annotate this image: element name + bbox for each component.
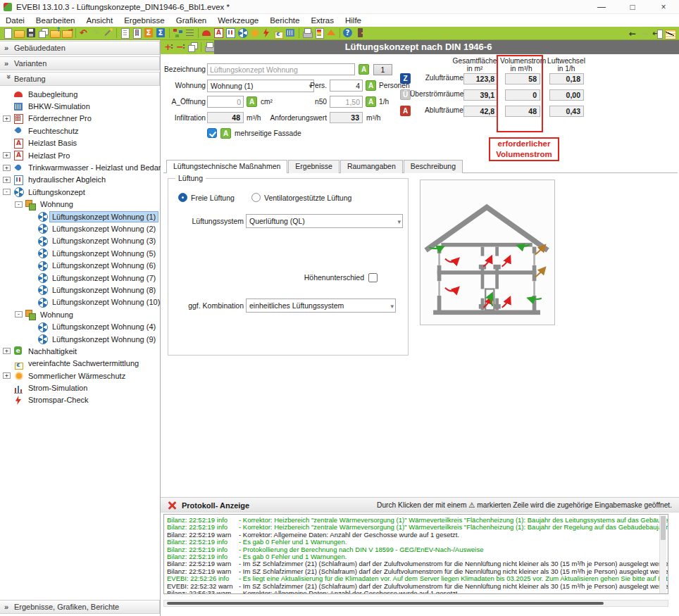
menu-item[interactable]: Berichte — [264, 14, 305, 27]
energy-label-icon[interactable] — [313, 27, 325, 39]
maximize-button[interactable]: □ — [617, 0, 648, 14]
tree-item[interactable]: + Förderrechner Pro — [0, 113, 160, 125]
flowchart-icon[interactable] — [172, 27, 184, 39]
copy-icon[interactable] — [37, 27, 49, 39]
sum-orange-icon[interactable] — [143, 27, 155, 39]
tree-item[interactable]: - Lüftungskonzept — [0, 186, 160, 198]
new-file-icon[interactable] — [1, 27, 13, 39]
menu-item[interactable]: Ansicht — [80, 14, 118, 27]
tree-item[interactable]: - Wohnung — [0, 308, 160, 320]
tree-item[interactable]: Feuchteschutz — [0, 125, 160, 137]
tree-item[interactable]: - Wohnung — [0, 199, 160, 210]
sun-icon[interactable] — [249, 27, 261, 39]
expand-toggle-icon[interactable]: + — [3, 152, 11, 158]
export-folder-icon[interactable] — [61, 27, 73, 39]
radio-icon[interactable] — [178, 193, 187, 202]
expand-toggle-icon[interactable]: + — [3, 115, 11, 122]
scrollbar-thumb[interactable] — [661, 516, 666, 540]
tree-item[interactable]: + Heizlast Pro — [0, 149, 160, 161]
save-icon[interactable] — [25, 27, 37, 39]
tree-item[interactable]: Lüftungskonzept Wohnung (5) — [0, 247, 160, 259]
tree-item[interactable]: Lüftungskonzept Wohnung (9) — [0, 333, 160, 345]
scrollbar-thumb[interactable] — [167, 602, 604, 605]
log-entry[interactable]: Bilanz: 22:56:33 warn - Korrektor: Allge… — [167, 590, 658, 594]
sum-blue-icon[interactable] — [155, 27, 167, 39]
expand-toggle-icon[interactable]: + — [3, 177, 11, 183]
tab[interactable]: Ergebnisse — [288, 160, 340, 173]
auto-badge[interactable]: A — [220, 128, 231, 139]
expand-toggle-icon[interactable]: + — [3, 348, 11, 354]
help-icon[interactable] — [342, 27, 354, 39]
tree-item[interactable]: Strom-Simulation — [0, 382, 160, 394]
expand-toggle-icon[interactable]: - — [15, 311, 23, 318]
n50-input[interactable] — [330, 96, 363, 108]
expand-toggle-icon[interactable]: - — [3, 189, 11, 195]
open-folder-icon[interactable] — [13, 27, 25, 39]
helmet-icon[interactable] — [201, 27, 213, 39]
tree-item[interactable]: Lüftungskonzept Wohnung (4) — [0, 320, 160, 332]
menu-item[interactable]: Bearbeiten — [30, 14, 81, 27]
tree-item[interactable]: Lüftungskonzept Wohnung (7) — [0, 272, 160, 284]
tree-item[interactable]: Lüftungskonzept Wohnung (8) — [0, 284, 160, 296]
menu-item[interactable]: Ergebnisse — [118, 14, 170, 27]
door-icon[interactable] — [354, 27, 366, 39]
nav-forward-icon[interactable] — [640, 28, 652, 39]
menu-item[interactable]: Werkzeuge — [212, 14, 264, 27]
menu-item[interactable]: Extras — [305, 14, 340, 27]
radio-icon[interactable] — [251, 193, 261, 202]
bhkw-icon[interactable] — [285, 27, 297, 39]
nav-back-icon[interactable] — [628, 28, 640, 39]
mehrseitige-fassade-checkbox[interactable] — [207, 128, 217, 138]
tree-item[interactable]: + hydraulischer Abgleich — [0, 174, 160, 186]
wizard-icon[interactable] — [102, 27, 114, 39]
tree-item[interactable]: BHKW-Simulation — [0, 100, 160, 112]
radio-option[interactable]: Ventilatorgestützte Lüftung — [251, 193, 351, 202]
add-record-icon[interactable] — [163, 42, 175, 53]
auto-badge[interactable]: A — [366, 96, 376, 107]
sidebar-section-gebaeudedaten[interactable]: Gebäudedaten — [0, 41, 160, 55]
radio-option[interactable]: Freie Lüftung — [178, 193, 251, 202]
expand-toggle-icon[interactable]: + — [3, 372, 11, 379]
heizlast-a-icon[interactable] — [213, 27, 225, 39]
tree-item[interactable]: Lüftungskonzept Wohnung (2) — [0, 222, 160, 234]
tree-item[interactable]: + Trinkwarmwasser - Heizlast und Bedarf — [0, 161, 160, 173]
sidebar-section-beratung[interactable]: Beratung — [0, 72, 160, 86]
log-horizontal-scrollbar[interactable] — [163, 600, 668, 607]
report-document-icon[interactable] — [119, 27, 131, 39]
bolt-icon[interactable] — [261, 27, 273, 39]
expand-toggle-icon[interactable]: - — [15, 201, 23, 208]
tree-item[interactable]: Lüftungskonzept Wohnung (6) — [0, 259, 160, 271]
menu-item[interactable]: Datei — [0, 14, 30, 27]
expand-toggle-icon[interactable]: + — [3, 165, 11, 171]
menu-item[interactable]: Hilfe — [340, 14, 367, 27]
print-report-icon[interactable] — [301, 27, 313, 39]
tab[interactable]: Beschreibung — [404, 160, 463, 173]
hoehenunterschied-checkbox[interactable] — [368, 273, 378, 282]
sidebar-section-ergebnisse[interactable]: Ergebnisse, Grafiken, Berichte — [0, 600, 160, 614]
menu-item[interactable]: Grafiken — [170, 14, 212, 27]
lueftungssystem-select[interactable]: Querlüftung (QL) ▾ — [246, 214, 403, 228]
tree-item[interactable]: Stromspar-Check — [0, 394, 160, 406]
list-view-icon[interactable] — [184, 27, 196, 39]
oeffnung-input[interactable] — [207, 96, 244, 108]
close-protocol-icon[interactable] — [167, 501, 177, 510]
redo-icon[interactable] — [90, 27, 102, 39]
pers-input[interactable] — [330, 80, 363, 92]
kombination-select[interactable]: einheitliches Lüftungssystem ▾ — [246, 298, 396, 313]
nav-return-icon[interactable] — [652, 28, 664, 39]
tab[interactable]: Raumangaben — [340, 160, 403, 173]
roof-icon[interactable] — [325, 27, 337, 39]
auto-badge[interactable]: A — [366, 80, 376, 91]
tree-item[interactable]: + Nachhaltigkeit — [0, 345, 160, 357]
auto-badge[interactable]: A — [247, 96, 257, 107]
log-vertical-scrollbar[interactable] — [659, 515, 666, 593]
hydraulik-icon[interactable] — [225, 27, 237, 39]
protocol-chart-icon[interactable] — [664, 28, 676, 39]
minimize-button[interactable]: — — [586, 0, 617, 14]
tree-item[interactable]: Lüftungskonzept Wohnung (10) — [0, 296, 160, 308]
undo-icon[interactable] — [78, 27, 90, 39]
remove-record-icon[interactable] — [175, 42, 187, 53]
copy-record-icon[interactable] — [187, 42, 199, 53]
sidebar-section-varianten[interactable]: Varianten — [0, 56, 160, 70]
house-euro-icon[interactable] — [273, 27, 285, 39]
